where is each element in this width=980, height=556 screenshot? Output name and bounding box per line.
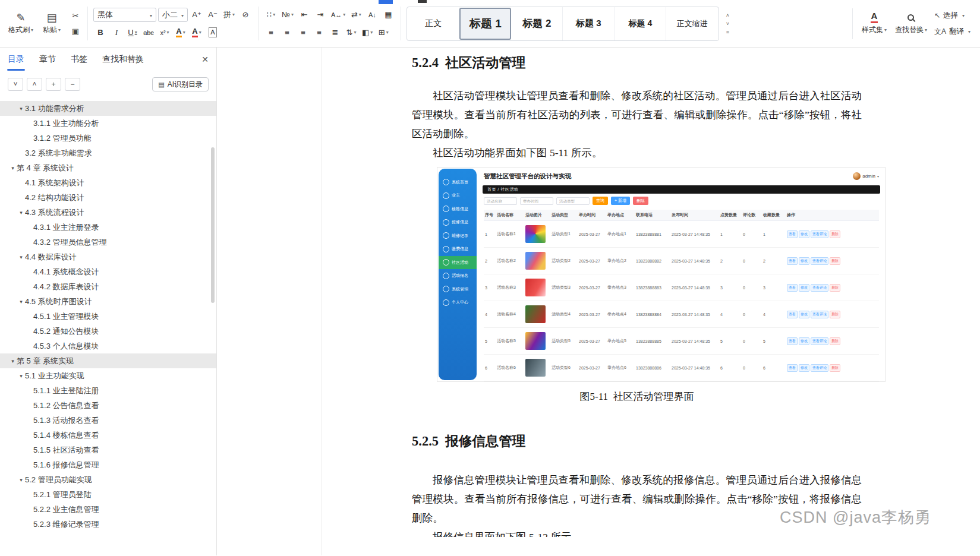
strikethrough-button[interactable]: abc <box>141 26 156 40</box>
paste-button[interactable]: ▤ 粘贴 <box>38 5 65 43</box>
toc-item[interactable]: 4.4.1 系统概念设计 <box>0 264 216 279</box>
style-gallery-item[interactable]: 标题 2 <box>511 7 563 40</box>
embedded-menu-item[interactable]: 社区活动 <box>439 256 477 269</box>
document-area[interactable]: 5.2.4 社区活动管理 社区活动管理模块让管理员查看和删除、修改系统的社区活动… <box>217 48 980 555</box>
bold-button[interactable]: B <box>93 26 108 40</box>
format-painter-button[interactable]: ✎ 格式刷 <box>7 5 34 43</box>
add-button[interactable]: + 新增 <box>611 197 630 205</box>
embedded-menu-item[interactable]: 个人中心 <box>439 296 477 309</box>
row-action-button[interactable]: 修改 <box>799 364 809 372</box>
numbering-button[interactable]: № <box>280 8 295 22</box>
find-replace-button[interactable]: 查找替换 <box>894 5 928 43</box>
italic-button[interactable]: I <box>109 26 124 40</box>
gallery-scroll-up-button[interactable]: ˄ <box>723 11 732 19</box>
toc-item[interactable]: 4.3.2 管理员信息管理 <box>0 235 216 249</box>
embedded-menu-item[interactable]: 维修记录 <box>439 229 477 242</box>
row-delete-button[interactable]: 删除 <box>830 311 840 318</box>
toc-item[interactable]: 4.4.2 数据库表设计 <box>0 279 216 294</box>
borders-button[interactable]: ⊞ <box>376 26 390 40</box>
collapse-arrow-icon[interactable]: ▾ <box>17 477 25 483</box>
toc-item[interactable]: ▾第 4 章 系统设计 <box>0 160 216 175</box>
collapse-arrow-icon[interactable]: ▾ <box>9 358 17 364</box>
shading-button[interactable]: ◧ <box>360 26 374 40</box>
activity-time-input[interactable] <box>520 197 553 205</box>
collapse-arrow-icon[interactable]: ▾ <box>17 299 25 305</box>
row-action-button[interactable]: 查看 <box>787 311 798 318</box>
increase-font-button[interactable]: A⁺ <box>190 8 204 22</box>
toc-item[interactable]: 5.2.3 维修记录管理 <box>0 517 216 532</box>
font-family-select[interactable]: 黑体 <box>93 8 156 22</box>
row-action-button[interactable]: 修改 <box>799 284 809 292</box>
pane-tab[interactable]: 书签 <box>71 48 87 71</box>
text-direction-button[interactable]: ⇄ <box>349 8 363 22</box>
embedded-menu-item[interactable]: 系统管理 <box>439 283 477 296</box>
font-color-button[interactable]: A <box>190 26 204 40</box>
row-delete-button[interactable]: 删除 <box>830 337 840 345</box>
embedded-menu-item[interactable]: 楼栋信息 <box>439 203 477 216</box>
toc-item[interactable]: 5.1.1 业主登陆注册 <box>0 383 216 398</box>
toc-item[interactable]: 4.5.3 个人信息模块 <box>0 339 216 353</box>
row-delete-button[interactable]: 删除 <box>830 230 840 238</box>
toc-collapse-button[interactable]: − <box>65 78 80 91</box>
collapse-arrow-icon[interactable]: ▾ <box>17 106 25 112</box>
close-pane-button[interactable]: ✕ <box>201 55 209 64</box>
pane-tab[interactable]: 目录 <box>8 48 24 71</box>
distribute-button[interactable]: ≣ <box>328 26 342 40</box>
toc-item[interactable]: ▾4.3 系统流程设计 <box>0 205 216 220</box>
gallery-scroll-down-button[interactable]: ˅ <box>723 20 732 27</box>
toc-item[interactable]: ▾4.4 数据库设计 <box>0 249 216 264</box>
row-action-button[interactable]: 查看 <box>787 364 798 372</box>
row-action-button[interactable]: 查看评论 <box>811 257 828 265</box>
align-right-button[interactable]: ≡ <box>296 26 310 40</box>
style-set-button[interactable]: A 样式集 <box>857 5 891 43</box>
highlight-color-button[interactable]: A <box>174 26 188 40</box>
justify-button[interactable]: ≡ <box>312 26 326 40</box>
toc-expand-button[interactable]: + <box>46 78 61 91</box>
row-action-button[interactable]: 查看评论 <box>811 337 828 345</box>
row-action-button[interactable]: 查看评论 <box>811 364 828 372</box>
row-delete-button[interactable]: 删除 <box>830 364 840 372</box>
toc-item[interactable]: ▾4.5 系统时序图设计 <box>0 294 216 309</box>
delete-button[interactable]: 删除 <box>633 197 648 205</box>
row-action-button[interactable]: 修改 <box>799 230 809 238</box>
cut-button[interactable]: ✂ <box>69 11 82 21</box>
toc-item[interactable]: 5.2.1 管理员登陆 <box>0 487 216 502</box>
row-action-button[interactable]: 查看评论 <box>811 311 828 318</box>
toc-item[interactable]: ▾5.1 业主功能实现 <box>0 368 216 383</box>
row-action-button[interactable]: 查看评论 <box>811 284 828 292</box>
row-action-button[interactable]: 修改 <box>799 337 809 345</box>
embedded-menu-item[interactable]: 缴费信息 <box>439 243 477 256</box>
collapse-arrow-icon[interactable]: ▾ <box>17 373 25 379</box>
decrease-font-button[interactable]: A⁻ <box>206 8 220 22</box>
toc-item[interactable]: 4.2 结构功能设计 <box>0 190 216 205</box>
toc-scrollbar[interactable] <box>211 147 215 303</box>
select-button[interactable]: ↖ 选择 <box>934 11 970 21</box>
embedded-menu-item[interactable]: 活动报名 <box>439 270 477 283</box>
toc-item[interactable]: 4.1 系统架构设计 <box>0 175 216 190</box>
increase-indent-button[interactable]: ⇥ <box>313 8 327 22</box>
collapse-arrow-icon[interactable]: ▾ <box>17 254 25 260</box>
phonetic-guide-button[interactable]: 拼 <box>222 8 237 22</box>
embedded-user-menu[interactable]: admin <box>853 172 879 180</box>
style-gallery-item[interactable]: 标题 1 <box>459 8 511 40</box>
row-action-button[interactable]: 查看 <box>787 230 798 238</box>
toc-item[interactable]: ▾5.2 管理员功能实现 <box>0 472 216 487</box>
activity-type-input[interactable] <box>556 197 590 205</box>
row-action-button[interactable]: 查看评论 <box>811 230 828 238</box>
toc-item[interactable]: 3.2 系统非功能需求 <box>0 146 216 160</box>
toc-item[interactable]: 4.3.1 业主注册登录 <box>0 220 216 235</box>
toc-item[interactable]: 3.1.1 业主功能分析 <box>0 116 216 131</box>
toc-item[interactable]: 4.5.2 通知公告模块 <box>0 324 216 339</box>
row-action-button[interactable]: 查看 <box>787 337 798 345</box>
embedded-menu-item[interactable]: 报修信息 <box>439 216 477 229</box>
copy-button[interactable]: ▣ <box>69 26 82 37</box>
superscript-button[interactable]: x² <box>157 26 172 40</box>
pane-tab[interactable]: 查找和替换 <box>102 48 144 71</box>
character-scale-button[interactable]: A↔ <box>329 8 347 22</box>
bullets-button[interactable]: ∷ <box>264 8 278 22</box>
style-gallery-item[interactable]: 正文 <box>408 7 459 40</box>
toc-item[interactable]: 5.1.4 楼栋信息查看 <box>0 428 216 443</box>
character-border-button[interactable]: A <box>206 26 220 40</box>
toc-item[interactable]: 5.1.3 活动报名查看 <box>0 413 216 428</box>
toc-item[interactable]: 3.1.2 管理员功能 <box>0 131 216 146</box>
